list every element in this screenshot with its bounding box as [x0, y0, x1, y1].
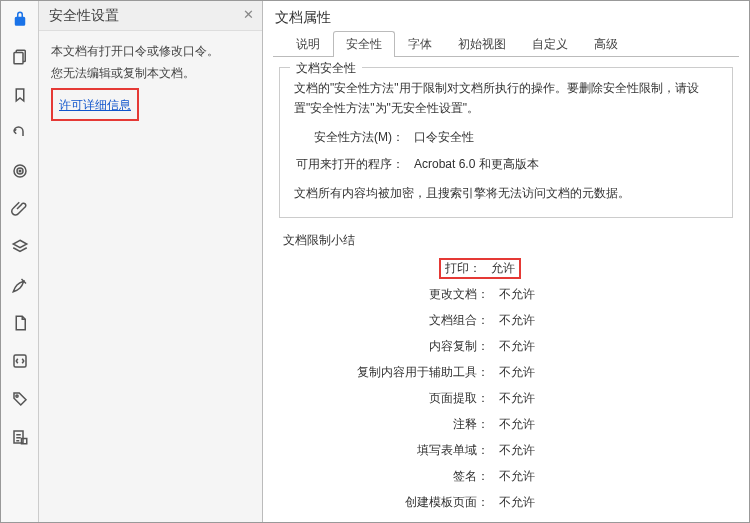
restriction-row: 更改文档：不允许 — [279, 281, 733, 307]
lock-icon[interactable] — [8, 7, 32, 31]
restriction-row: 文档组合：不允许 — [279, 307, 733, 333]
restriction-value: 不允许 — [499, 338, 535, 355]
checklist-icon[interactable] — [8, 425, 32, 449]
toolbar-vertical — [1, 1, 39, 522]
openwith-value: Acrobat 6.0 和更高版本 — [414, 156, 539, 173]
restrictions-title: 文档限制小结 — [279, 232, 733, 249]
svg-rect-1 — [14, 53, 23, 64]
restriction-value: 不允许 — [499, 312, 535, 329]
attachment-icon[interactable] — [8, 197, 32, 221]
restriction-value: 不允许 — [499, 416, 535, 433]
encrypt-note: 文档所有内容均被加密，且搜索引擎将无法访问文档的元数据。 — [294, 183, 718, 203]
panel-title: 安全性设置 — [49, 7, 119, 25]
svg-point-6 — [15, 395, 17, 397]
page-icon[interactable] — [8, 311, 32, 335]
tab-bar: 说明安全性字体初始视图自定义高级 — [273, 33, 739, 57]
restriction-row: 内容复制：不允许 — [279, 333, 733, 359]
restriction-label: 更改文档： — [279, 286, 499, 303]
undo-redo-icon[interactable] — [8, 121, 32, 145]
restriction-row: 签名：不允许 — [279, 463, 733, 489]
restriction-label: 页面提取： — [279, 390, 499, 407]
restriction-label: 注释： — [279, 416, 499, 433]
properties-title: 文档属性 — [273, 7, 739, 33]
panel-line2: 您无法编辑或复制本文档。 — [51, 63, 250, 85]
target-icon[interactable] — [8, 159, 32, 183]
panel-line1: 本文档有打开口令或修改口令。 — [51, 41, 250, 63]
restriction-label: 内容复制： — [279, 338, 499, 355]
restriction-value: 不允许 — [499, 468, 535, 485]
restriction-row: 填写表单域：不允许 — [279, 437, 733, 463]
restriction-value: 不允许 — [499, 390, 535, 407]
restriction-row: 页面提取：不允许 — [279, 385, 733, 411]
security-panel: 安全性设置 ✕ 本文档有打开口令或修改口令。 您无法编辑或复制本文档。 许可详细… — [39, 1, 263, 522]
restriction-row: 注释：不允许 — [279, 411, 733, 437]
restriction-value: 不允许 — [499, 442, 535, 459]
groupbox-title: 文档安全性 — [290, 60, 362, 77]
tab-3[interactable]: 初始视图 — [445, 31, 519, 57]
restriction-value: 不允许 — [499, 286, 535, 303]
security-method-value: 口令安全性 — [414, 129, 474, 146]
openwith-label: 可用来打开的程序： — [294, 156, 414, 173]
restriction-row: 打印：允许 — [279, 255, 733, 281]
layers-icon[interactable] — [8, 235, 32, 259]
panel-body: 本文档有打开口令或修改口令。 您无法编辑或复制本文档。 许可详细信息 — [39, 31, 262, 131]
panel-header: 安全性设置 ✕ — [39, 1, 262, 31]
restriction-value: 不允许 — [499, 364, 535, 381]
bookmark-icon[interactable] — [8, 83, 32, 107]
restriction-row: 创建模板页面：不允许 — [279, 489, 733, 515]
pen-icon[interactable] — [8, 273, 32, 297]
security-groupbox: 文档安全性 文档的"安全性方法"用于限制对文档所执行的操作。要删除安全性限制，请… — [279, 67, 733, 218]
permission-link-highlight: 许可详细信息 — [51, 88, 139, 121]
svg-point-4 — [19, 170, 21, 172]
restriction-label: 复制内容用于辅助工具： — [279, 364, 499, 381]
restriction-label: 签名： — [279, 468, 499, 485]
properties-panel: 文档属性 说明安全性字体初始视图自定义高级 文档安全性 文档的"安全性方法"用于… — [263, 1, 749, 522]
close-icon[interactable]: ✕ — [243, 7, 254, 22]
tab-1[interactable]: 安全性 — [333, 31, 395, 57]
restriction-row: 复制内容用于辅助工具：不允许 — [279, 359, 733, 385]
security-method-label: 安全性方法(M)： — [294, 129, 414, 146]
tab-2[interactable]: 字体 — [395, 31, 445, 57]
swap-icon[interactable] — [8, 349, 32, 373]
tag-icon[interactable] — [8, 387, 32, 411]
app-root: 安全性设置 ✕ 本文档有打开口令或修改口令。 您无法编辑或复制本文档。 许可详细… — [0, 0, 750, 523]
tab-0[interactable]: 说明 — [283, 31, 333, 57]
restrictions-section: 文档限制小结 打印：允许更改文档：不允许文档组合：不允许内容复制：不允许复制内容… — [279, 232, 733, 515]
restriction-label: 文档组合： — [279, 312, 499, 329]
permission-details-link[interactable]: 许可详细信息 — [59, 95, 131, 117]
security-description: 文档的"安全性方法"用于限制对文档所执行的操作。要删除安全性限制，请设置"安全性… — [294, 78, 718, 119]
tab-5[interactable]: 高级 — [581, 31, 631, 57]
restriction-label: 创建模板页面： — [279, 494, 499, 511]
restriction-value: 不允许 — [499, 494, 535, 511]
restriction-highlight: 打印：允许 — [439, 258, 521, 279]
tab-4[interactable]: 自定义 — [519, 31, 581, 57]
pages-icon[interactable] — [8, 45, 32, 69]
restriction-label: 填写表单域： — [279, 442, 499, 459]
